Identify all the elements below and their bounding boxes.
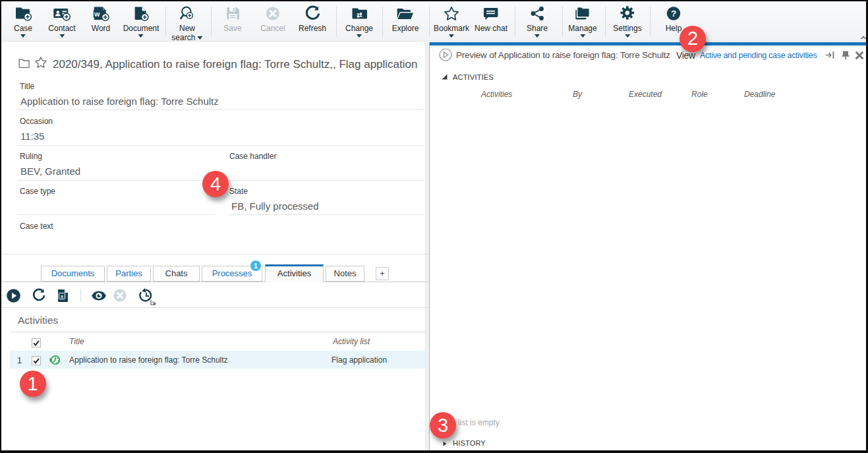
svg-text:?: ? — [671, 9, 676, 18]
svg-text:W: W — [94, 11, 100, 18]
